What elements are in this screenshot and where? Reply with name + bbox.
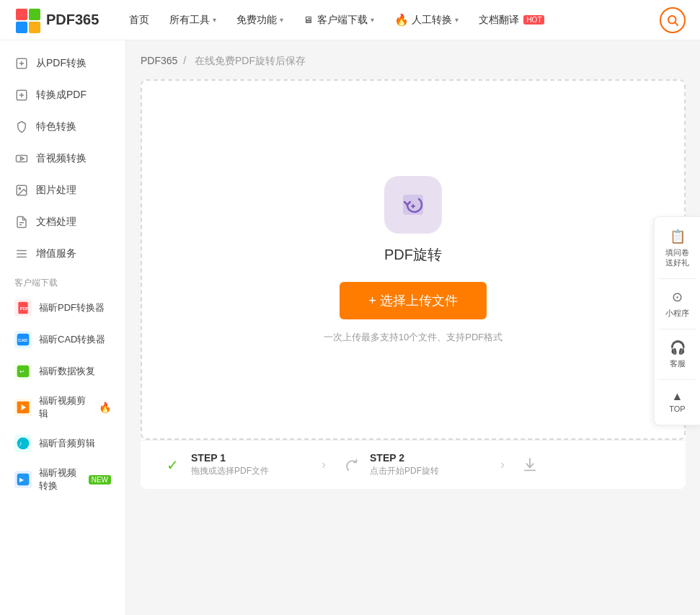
chevron-down-icon: ▾ — [455, 16, 458, 24]
sidebar-item-from-pdf[interactable]: 从PDF转换 — [0, 48, 125, 79]
pdf-converter-icon: PDF — [14, 299, 32, 317]
svg-line-5 — [675, 22, 678, 25]
mini-label: 小程序 — [665, 308, 689, 319]
sidebar-item-vip[interactable]: 增值服务 — [0, 238, 125, 270]
upload-hint: 一次上传最多支持10个文件、支持PDF格式 — [324, 331, 502, 344]
step3-download-icon — [520, 455, 540, 475]
nav-human[interactable]: 🔥 人工转换 ▾ — [386, 9, 467, 31]
logo-icon — [14, 7, 40, 33]
svg-rect-3 — [29, 22, 40, 33]
step-arrow-1: › — [314, 455, 334, 475]
step2-rotate-icon — [341, 455, 361, 475]
step1-label: STEP 1 — [191, 452, 269, 464]
nav-tools[interactable]: 所有工具 ▾ — [161, 9, 225, 31]
to-pdf-icon — [14, 88, 29, 102]
from-pdf-icon — [14, 56, 29, 71]
monitor-icon: 🖥 — [304, 14, 313, 25]
upload-button[interactable]: + 选择上传文件 — [340, 282, 487, 319]
sidebar-item-to-pdf[interactable]: 转换成PDF — [0, 79, 125, 111]
survey-label: 填问卷送好礼 — [665, 247, 689, 268]
step1-check-icon: ✓ — [162, 455, 182, 475]
breadcrumb-current: 在线免费PDF旋转后保存 — [195, 55, 306, 66]
mini-program-button[interactable]: ⊙ 小程序 — [655, 283, 700, 324]
main-content: PDF365 / 在线免费PDF旋转后保存 PDF旋转 + 选择上传文件 一次上… — [126, 40, 700, 615]
step-2: STEP 2 点击开始PDF旋转 — [341, 452, 485, 477]
breadcrumb-home[interactable]: PDF365 — [141, 55, 177, 66]
svg-rect-8 — [17, 156, 27, 162]
video-icon — [14, 151, 29, 166]
header: PDF365 首页 所有工具 ▾ 免费功能 ▾ 🖥 客户端下载 ▾ 🔥 人工转换… — [0, 0, 700, 40]
cad-converter-icon: CAD — [14, 331, 32, 348]
shield-icon — [14, 120, 29, 134]
new-badge: NEW — [89, 475, 111, 485]
document-icon — [14, 215, 29, 229]
sidebar-item-av[interactable]: 音视频转换 — [0, 143, 125, 174]
nav-translate[interactable]: 文档翻译 HOT — [470, 9, 553, 31]
app-item-video-edit[interactable]: 福昕视频剪辑 🔥 — [0, 387, 125, 428]
pdf-rotate-icon — [397, 189, 429, 221]
image-icon — [14, 183, 29, 198]
list-icon — [14, 247, 29, 261]
svg-text:PDF: PDF — [20, 306, 29, 311]
upload-area[interactable]: PDF旋转 + 选择上传文件 一次上传最多支持10个文件、支持PDF格式 — [141, 79, 686, 440]
fire-icon: 🔥 — [394, 13, 409, 27]
breadcrumb: PDF365 / 在线免费PDF旋转后保存 — [141, 55, 686, 68]
step-arrow-2: › — [492, 455, 513, 475]
survey-icon: 📋 — [670, 229, 686, 244]
svg-marker-9 — [21, 157, 25, 161]
app-item-pdf[interactable]: PDF 福昕PDF转换器 — [0, 292, 125, 324]
search-icon — [666, 14, 679, 27]
sidebar-item-special[interactable]: 特色转换 — [0, 111, 125, 143]
logo[interactable]: PDF365 — [14, 7, 99, 33]
step1-desc: 拖拽或选择PDF文件 — [191, 465, 269, 477]
app-item-cad[interactable]: CAD 福昕CAD转换器 — [0, 324, 125, 355]
nav-free[interactable]: 免费功能 ▾ — [228, 9, 292, 31]
nav-home[interactable]: 首页 — [120, 9, 158, 31]
app-item-audio-edit[interactable]: ♪ 福昕音频剪辑 — [0, 428, 125, 459]
chevron-down-icon: ▾ — [371, 16, 374, 24]
svg-text:CAD: CAD — [18, 338, 27, 342]
app-item-video-convert[interactable]: ▶ 福昕视频转换 NEW — [0, 459, 125, 500]
audio-editor-icon: ♪ — [14, 435, 32, 452]
top-arrow-icon: ▲ — [672, 390, 683, 403]
float-divider-3 — [659, 379, 695, 380]
survey-button[interactable]: 📋 填问卷送好礼 — [655, 223, 700, 274]
chevron-down-icon: ▾ — [213, 16, 216, 24]
app-item-recover[interactable]: ↩ 福昕数据恢复 — [0, 355, 125, 387]
svg-rect-2 — [16, 22, 27, 33]
tool-title: PDF旋转 — [384, 245, 442, 265]
sidebar-item-image[interactable]: 图片处理 — [0, 174, 125, 206]
main-layout: 从PDF转换 转换成PDF 特色转换 音视频转换 图片处理 — [0, 40, 700, 615]
sidebar: 从PDF转换 转换成PDF 特色转换 音视频转换 图片处理 — [0, 40, 126, 615]
logo-text: PDF365 — [46, 12, 99, 28]
float-divider-1 — [659, 278, 695, 279]
step-1: ✓ STEP 1 拖拽或选择PDF文件 — [162, 452, 306, 477]
sidebar-section-title: 客户端下载 — [0, 270, 125, 292]
tool-icon-wrapper — [384, 176, 442, 234]
chevron-down-icon: ▾ — [280, 16, 283, 24]
video-converter-icon: ▶ — [14, 471, 32, 488]
svg-point-11 — [19, 187, 20, 189]
svg-text:↩: ↩ — [19, 368, 25, 375]
float-divider-2 — [659, 329, 695, 329]
sidebar-item-doc[interactable]: 文档处理 — [0, 206, 125, 238]
mini-program-icon: ⊙ — [672, 289, 683, 305]
service-label: 客服 — [670, 358, 686, 369]
top-label: TOP — [669, 404, 685, 413]
step-3 — [520, 455, 664, 475]
svg-point-4 — [668, 16, 676, 24]
svg-rect-1 — [29, 9, 40, 20]
nav-download[interactable]: 🖥 客户端下载 ▾ — [295, 9, 383, 31]
steps-bar: ✓ STEP 1 拖拽或选择PDF文件 › STEP 2 点击开始PDF旋转 — [141, 440, 686, 489]
step2-label: STEP 2 — [370, 452, 439, 464]
data-recovery-icon: ↩ — [14, 363, 32, 380]
hot-badge: HOT — [523, 15, 544, 25]
service-button[interactable]: 🎧 客服 — [655, 334, 700, 375]
step2-desc: 点击开始PDF旋转 — [370, 465, 439, 477]
back-to-top-button[interactable]: ▲ TOP — [655, 384, 700, 419]
search-button[interactable] — [660, 7, 686, 33]
video-editor-icon — [14, 399, 32, 416]
service-icon: 🎧 — [670, 340, 686, 355]
float-panel: 📋 填问卷送好礼 ⊙ 小程序 🎧 客服 ▲ TOP — [654, 216, 700, 425]
svg-text:♪: ♪ — [19, 440, 22, 447]
